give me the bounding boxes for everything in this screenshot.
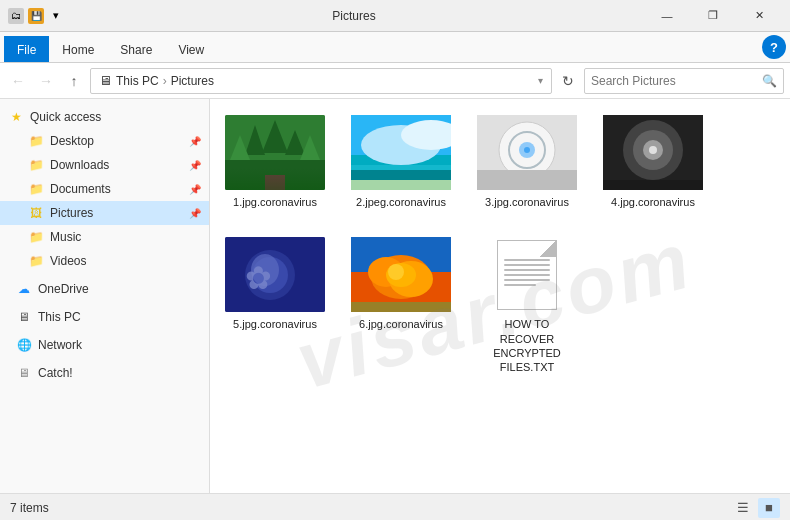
ribbon-tab-bar: File Home Share View ? xyxy=(0,32,790,62)
catch-icon: 🖥 xyxy=(16,365,32,381)
file-label-7: HOW TO RECOVER ENCRYPTED FILES.TXT xyxy=(476,317,578,374)
file-thumb-7 xyxy=(477,237,577,312)
svg-rect-26 xyxy=(603,180,703,190)
path-thispc[interactable]: This PC xyxy=(116,74,159,88)
sidebar-desktop-label: Desktop xyxy=(50,134,94,148)
downloads-folder-icon: 📁 xyxy=(28,157,44,173)
file-thumb-2 xyxy=(351,115,451,190)
onedrive-icon: ☁ xyxy=(16,281,32,297)
sidebar-thispc-label: This PC xyxy=(38,310,81,324)
quick-access-toolbar-undo[interactable]: ▾ xyxy=(48,8,64,24)
svg-rect-39 xyxy=(351,302,451,312)
path-pictures[interactable]: Pictures xyxy=(171,74,214,88)
quick-access-icon: ★ xyxy=(8,109,24,125)
tab-file[interactable]: File xyxy=(4,36,49,62)
sidebar-music-label: Music xyxy=(50,230,81,244)
file-item-7[interactable]: HOW TO RECOVER ENCRYPTED FILES.TXT xyxy=(472,231,582,380)
tab-home[interactable]: Home xyxy=(49,36,107,62)
window-controls: — ❐ ✕ xyxy=(644,0,782,32)
sidebar-item-videos[interactable]: 📁 Videos xyxy=(0,249,209,273)
main-area: ★ Quick access 📁 Desktop 📌 📁 Downloads 📌… xyxy=(0,99,790,493)
file-item-6[interactable]: 6.jpg.coronavirus xyxy=(346,231,456,380)
content-area: 1.jpg.coronavirus 2.jpeg.coronavirus xyxy=(210,99,790,493)
sidebar-item-onedrive[interactable]: ☁ OneDrive xyxy=(0,277,209,301)
file-label-4: 4.jpg.coronavirus xyxy=(611,195,695,209)
pin-icon-pictures: 📌 xyxy=(189,208,201,219)
file-thumb-4 xyxy=(603,115,703,190)
txt-line-3 xyxy=(504,269,550,271)
help-button[interactable]: ? xyxy=(762,35,786,59)
svg-text:✿: ✿ xyxy=(245,260,272,296)
file-item-5[interactable]: ✿ 5.jpg.coronavirus xyxy=(220,231,330,380)
tab-view[interactable]: View xyxy=(165,36,217,62)
file-item-2[interactable]: 2.jpeg.coronavirus xyxy=(346,109,456,215)
status-bar: 7 items ☰ ■ xyxy=(0,493,790,520)
list-view-button[interactable]: ☰ xyxy=(732,498,754,518)
refresh-button[interactable]: ↻ xyxy=(556,69,580,93)
pictures-folder-icon: 🖼 xyxy=(28,205,44,221)
search-icon[interactable]: 🔍 xyxy=(762,74,777,88)
pin-icon-downloads: 📌 xyxy=(189,160,201,171)
file-thumb-3 xyxy=(477,115,577,190)
title-bar: 🗂 💾 ▾ Pictures — ❐ ✕ xyxy=(0,0,790,32)
sidebar-downloads-label: Downloads xyxy=(50,158,109,172)
sidebar-item-thispc[interactable]: 🖥 This PC xyxy=(0,305,209,329)
svg-rect-19 xyxy=(477,170,577,190)
path-separator-1: › xyxy=(163,74,167,88)
maximize-button[interactable]: ❐ xyxy=(690,0,736,32)
file-label-2: 2.jpeg.coronavirus xyxy=(356,195,446,209)
window-title: Pictures xyxy=(70,9,638,23)
txt-line-5 xyxy=(504,279,550,281)
search-box[interactable]: 🔍 xyxy=(584,68,784,94)
sidebar-item-music[interactable]: 📁 Music xyxy=(0,225,209,249)
sidebar-item-downloads[interactable]: 📁 Downloads 📌 xyxy=(0,153,209,177)
sidebar-item-documents[interactable]: 📁 Documents 📌 xyxy=(0,177,209,201)
sidebar-item-desktop[interactable]: 📁 Desktop 📌 xyxy=(0,129,209,153)
quick-access-toolbar-save[interactable]: 💾 xyxy=(28,8,44,24)
quick-access-label: Quick access xyxy=(30,110,101,124)
svg-point-25 xyxy=(649,146,657,154)
catch-section: 🖥 Catch! xyxy=(0,361,209,385)
path-dropdown-arrow[interactable]: ▾ xyxy=(538,75,543,86)
tab-share[interactable]: Share xyxy=(107,36,165,62)
txt-line-2 xyxy=(504,264,550,266)
search-input[interactable] xyxy=(591,74,758,88)
file-label-5: 5.jpg.coronavirus xyxy=(233,317,317,331)
title-bar-icons: 🗂 💾 ▾ xyxy=(8,8,64,24)
back-button[interactable]: ← xyxy=(6,69,30,93)
txt-line-4 xyxy=(504,274,550,276)
txt-icon-lines xyxy=(504,259,550,305)
pin-icon-documents: 📌 xyxy=(189,184,201,195)
quick-access-section: ★ Quick access 📁 Desktop 📌 📁 Downloads 📌… xyxy=(0,105,209,273)
documents-folder-icon: 📁 xyxy=(28,181,44,197)
file-item-1[interactable]: 1.jpg.coronavirus xyxy=(220,109,330,215)
svg-rect-7 xyxy=(265,175,285,190)
sidebar-item-pictures[interactable]: 🖼 Pictures 📌 xyxy=(0,201,209,225)
onedrive-section: ☁ OneDrive xyxy=(0,277,209,301)
network-section: 🌐 Network xyxy=(0,333,209,357)
svg-point-38 xyxy=(388,264,404,280)
sidebar-catch-label: Catch! xyxy=(38,366,73,380)
sidebar-quick-access-header[interactable]: ★ Quick access xyxy=(0,105,209,129)
txt-line-1 xyxy=(504,259,550,261)
app-icon: 🗂 xyxy=(8,8,24,24)
file-item-4[interactable]: 4.jpg.coronavirus xyxy=(598,109,708,215)
ribbon: File Home Share View ? xyxy=(0,32,790,63)
close-button[interactable]: ✕ xyxy=(736,0,782,32)
large-icon-view-button[interactable]: ■ xyxy=(758,498,780,518)
thispc-section: 🖥 This PC xyxy=(0,305,209,329)
sidebar-item-catch[interactable]: 🖥 Catch! xyxy=(0,361,209,385)
file-item-3[interactable]: 3.jpg.coronavirus xyxy=(472,109,582,215)
svg-rect-14 xyxy=(351,180,451,190)
txt-line-6 xyxy=(504,284,536,286)
network-icon: 🌐 xyxy=(16,337,32,353)
minimize-button[interactable]: — xyxy=(644,0,690,32)
address-bar: ← → ↑ 🖥 This PC › Pictures ▾ ↻ 🔍 xyxy=(0,63,790,99)
sidebar: ★ Quick access 📁 Desktop 📌 📁 Downloads 📌… xyxy=(0,99,210,493)
forward-button[interactable]: → xyxy=(34,69,58,93)
up-button[interactable]: ↑ xyxy=(62,69,86,93)
file-thumb-6 xyxy=(351,237,451,312)
music-folder-icon: 📁 xyxy=(28,229,44,245)
address-path-box[interactable]: 🖥 This PC › Pictures ▾ xyxy=(90,68,552,94)
sidebar-item-network[interactable]: 🌐 Network xyxy=(0,333,209,357)
